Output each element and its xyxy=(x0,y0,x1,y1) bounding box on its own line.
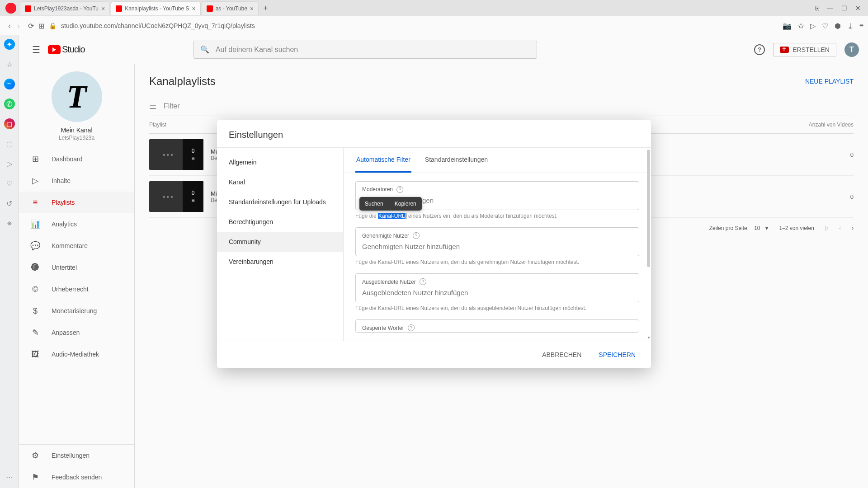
context-copy[interactable]: Kopieren xyxy=(389,197,422,211)
field-label: Ausgeblendete Nutzer xyxy=(362,279,416,285)
field-label: Genehmigte Nutzer xyxy=(362,233,409,239)
save-button[interactable]: SPEICHERN xyxy=(592,347,642,362)
approved-input[interactable] xyxy=(362,239,632,251)
modal-title: Einstellungen xyxy=(217,120,651,147)
modal-overlay: Einstellungen AllgemeinKanalStandardeins… xyxy=(0,0,868,488)
settings-nav-item[interactable]: Community xyxy=(217,232,343,252)
hidden-input[interactable] xyxy=(362,285,632,297)
approved-help: Füge die Kanal-URL eines Nutzers ein, de… xyxy=(355,259,639,265)
settings-tab[interactable]: Standardeinstellungen xyxy=(424,148,489,173)
selected-text[interactable]: Kanal-URL xyxy=(378,213,406,219)
settings-modal: Einstellungen AllgemeinKanalStandardeins… xyxy=(217,120,651,369)
settings-nav-item[interactable]: Standardeinstellungen für Uploads xyxy=(217,192,343,212)
settings-nav: AllgemeinKanalStandardeinstellungen für … xyxy=(217,148,344,341)
settings-tabs: Automatische FilterStandardeinstellungen xyxy=(344,148,651,173)
approved-users-field[interactable]: Genehmigte Nutzer? xyxy=(355,227,639,256)
field-label: Gesperrte Wörter xyxy=(362,325,404,331)
help-icon[interactable]: ? xyxy=(420,278,426,285)
cancel-button[interactable]: ABBRECHEN xyxy=(536,347,588,362)
context-menu: Suchen Kopieren xyxy=(359,197,422,211)
settings-nav-item[interactable]: Vereinbarungen xyxy=(217,252,343,272)
help-icon[interactable]: ? xyxy=(408,324,415,331)
blocked-words-field[interactable]: Gesperrte Wörter? xyxy=(355,319,639,333)
settings-nav-item[interactable]: Allgemein xyxy=(217,152,343,172)
moderators-field[interactable]: Moderatoren? Suchen Kopieren xyxy=(355,181,639,210)
hidden-help: Füge die Kanal-URL eines Nutzers ein, de… xyxy=(355,305,639,311)
moderators-help: Füge die Kanal-URL eines Nutzers ein, de… xyxy=(355,213,639,220)
hidden-users-field[interactable]: Ausgeblendete Nutzer? xyxy=(355,273,639,302)
help-icon[interactable]: ? xyxy=(413,232,420,239)
context-search[interactable]: Suchen xyxy=(359,197,389,211)
settings-nav-item[interactable]: Kanal xyxy=(217,172,343,192)
text-cursor-icon xyxy=(406,213,406,219)
scroll-down-icon[interactable]: ▾ xyxy=(648,335,650,340)
settings-nav-item[interactable]: Berechtigungen xyxy=(217,212,343,232)
help-icon[interactable]: ? xyxy=(396,186,403,193)
scrollbar-thumb[interactable] xyxy=(647,150,650,267)
settings-tab[interactable]: Automatische Filter xyxy=(355,148,411,173)
field-label: Moderatoren xyxy=(362,186,393,192)
